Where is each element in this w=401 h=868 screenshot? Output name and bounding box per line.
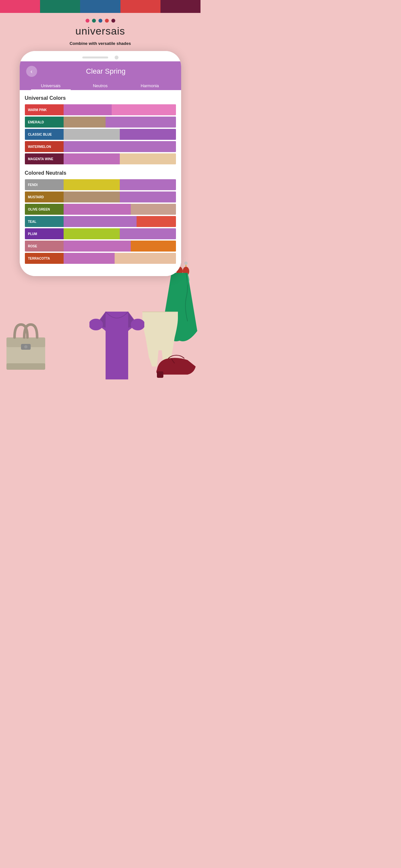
terracotta-seg2 <box>115 253 176 264</box>
magenta-wine-label: MAGENTA WINE <box>25 153 64 164</box>
phone-screen-title: Clear Spring <box>37 67 175 75</box>
red-shoe-icon <box>155 353 197 379</box>
color-row-plum[interactable]: PLUM <box>25 228 176 239</box>
plum-seg2 <box>120 228 176 239</box>
emerald-seg1 <box>64 117 106 128</box>
classic-blue-seg2 <box>120 129 176 140</box>
olive-green-seg1 <box>64 204 131 215</box>
band-pink <box>0 0 40 13</box>
teal-seg2 <box>136 216 176 227</box>
svg-point-13 <box>131 319 144 330</box>
notch-circle <box>115 56 119 59</box>
band-blue <box>80 0 120 13</box>
mustard-seg1 <box>64 191 120 203</box>
classic-blue-seg1 <box>64 129 120 140</box>
logo-dots <box>86 19 115 23</box>
watermelon-seg1 <box>64 141 176 152</box>
tab-neutros[interactable]: Neutros <box>75 81 125 90</box>
tagline: Combine with versatile shades <box>0 41 201 46</box>
band-red <box>120 0 160 13</box>
emerald-label: EMERALD <box>25 117 64 128</box>
rose-seg1 <box>64 241 131 252</box>
magenta-wine-seg1 <box>64 153 120 164</box>
colored-neutrals-rows: FENDI MUSTARD OLIVE GREEN TEAL <box>25 179 176 264</box>
dot-5 <box>112 19 115 23</box>
teal-seg1 <box>64 216 137 227</box>
color-row-classic-blue[interactable]: CLASSIC BLUE <box>25 129 176 140</box>
plum-label: PLUM <box>25 228 64 239</box>
teal-label: TEAL <box>25 216 64 227</box>
colored-neutrals-title: Colored Neutrals <box>25 170 176 176</box>
top-banner <box>0 0 201 13</box>
rose-label: ROSE <box>25 241 64 252</box>
phone-header-top: ‹ Clear Spring <box>26 66 175 77</box>
classic-blue-label: CLASSIC BLUE <box>25 129 64 140</box>
color-row-watermelon[interactable]: WATERMELON <box>25 141 176 152</box>
svg-point-12 <box>89 319 103 330</box>
phone-header: ‹ Clear Spring Universais Neutros Harmon… <box>20 61 181 90</box>
fendi-seg1 <box>64 179 120 190</box>
dot-4 <box>105 19 109 23</box>
purple-top-icon <box>89 312 144 379</box>
svg-rect-11 <box>6 363 45 370</box>
phone-tabs: Universais Neutros Harmonia <box>26 81 175 90</box>
mustard-label: MUSTARD <box>25 191 64 203</box>
phone-content: Universal Colors WARM PINK EMERALD CLASS… <box>20 90 181 276</box>
emerald-seg2 <box>105 117 176 128</box>
phone-notch <box>20 51 181 61</box>
color-row-rose[interactable]: ROSE <box>25 241 176 252</box>
svg-rect-14 <box>157 371 163 378</box>
fendi-label: FENDI <box>25 179 64 190</box>
app-logo: universais <box>75 25 125 37</box>
tab-harmonia[interactable]: Harmonia <box>125 81 174 90</box>
dot-3 <box>98 19 102 23</box>
color-row-olive-green[interactable]: OLIVE GREEN <box>25 204 176 215</box>
color-row-warm-pink[interactable]: WARM PINK <box>25 104 176 115</box>
fendi-seg2 <box>120 179 176 190</box>
dot-2 <box>92 19 96 23</box>
terracotta-seg1 <box>64 253 115 264</box>
magenta-wine-seg2 <box>120 153 176 164</box>
handbag-icon <box>3 321 49 373</box>
plum-seg1 <box>64 228 120 239</box>
dot-1 <box>86 19 89 23</box>
universal-colors-rows: WARM PINK EMERALD CLASSIC BLUE WATERMELO… <box>25 104 176 164</box>
watermelon-label: WATERMELON <box>25 141 64 152</box>
phone-frame: ‹ Clear Spring Universais Neutros Harmon… <box>20 51 181 276</box>
terracotta-label: TERRACOTTA <box>25 253 64 264</box>
color-row-emerald[interactable]: EMERALD <box>25 117 176 128</box>
band-wine <box>160 0 201 13</box>
band-teal <box>40 0 80 13</box>
color-row-terracotta[interactable]: TERRACOTTA <box>25 253 176 264</box>
color-row-fendi[interactable]: FENDI <box>25 179 176 190</box>
notch-pill <box>82 57 108 58</box>
color-row-teal[interactable]: TEAL <box>25 216 176 227</box>
tab-universais[interactable]: Universais <box>26 81 75 90</box>
universal-colors-title: Universal Colors <box>25 95 176 101</box>
color-row-mustard[interactable]: MUSTARD <box>25 191 176 203</box>
mustard-seg2 <box>120 191 176 203</box>
logo-section: universais <box>0 13 201 39</box>
color-row-magenta-wine[interactable]: MAGENTA WINE <box>25 153 176 164</box>
olive-green-label: OLIVE GREEN <box>25 204 64 215</box>
warm-pink-seg1 <box>64 104 112 115</box>
svg-point-2 <box>184 261 188 265</box>
rose-seg2 <box>131 241 176 252</box>
warm-pink-seg2 <box>112 104 176 115</box>
olive-green-seg2 <box>131 204 176 215</box>
warm-pink-label: WARM PINK <box>25 104 64 115</box>
back-button[interactable]: ‹ <box>26 66 37 77</box>
svg-point-10 <box>24 345 27 348</box>
